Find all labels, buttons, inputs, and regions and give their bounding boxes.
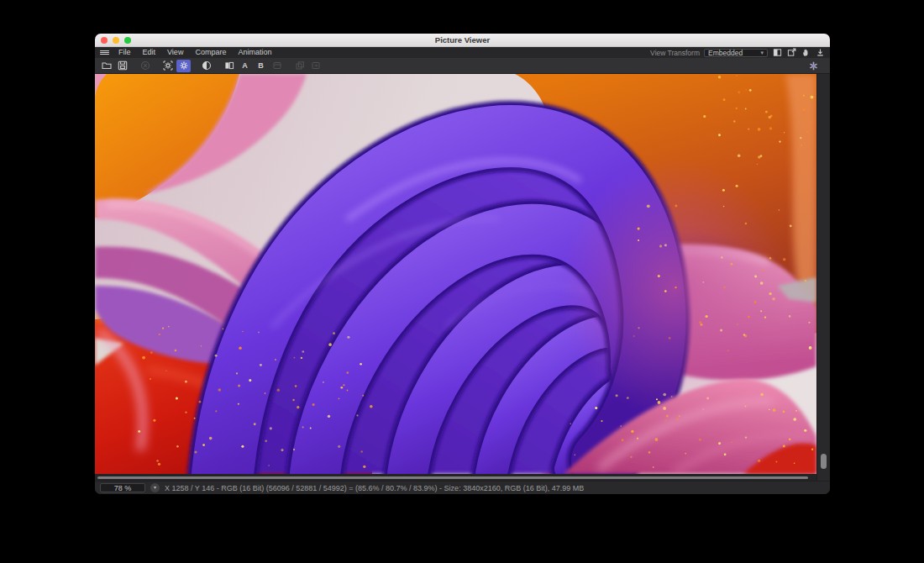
view-transform-label: View Transform — [650, 49, 700, 57]
menu-bar-right: View Transform Embedded ▾ — [650, 48, 825, 58]
display-settings-button[interactable] — [176, 60, 191, 72]
gear-frame-icon — [163, 61, 173, 71]
horizontal-scrollbar-thumb[interactable] — [97, 476, 808, 479]
version-a-button[interactable]: A — [238, 60, 252, 72]
menu-item-edit[interactable]: Edit — [137, 47, 162, 58]
hamburger-menu-icon[interactable] — [100, 49, 109, 56]
filter-settings-button[interactable] — [160, 60, 175, 72]
menu-item-animation[interactable]: Animation — [232, 47, 277, 58]
menu-item-file[interactable]: File — [113, 47, 137, 58]
render-settings-button[interactable] — [806, 60, 821, 72]
image-viewport — [95, 74, 830, 481]
status-text: X 1258 / Y 146 - RGB (16 Bit) (56096 / 5… — [165, 484, 584, 492]
export-arrow-icon — [311, 61, 321, 71]
vertical-scrollbar-thumb[interactable] — [821, 454, 827, 469]
hand-icon[interactable] — [801, 48, 811, 58]
ab-compare-icon — [224, 61, 234, 71]
window-title: Picture Viewer — [95, 34, 830, 47]
version-b-button[interactable]: B — [254, 60, 268, 72]
menu-item-compare[interactable]: Compare — [189, 47, 232, 58]
ab-compare-button[interactable] — [222, 60, 236, 72]
save-button[interactable] — [115, 60, 129, 72]
screen: Picture Viewer File Edit View Compare An… — [0, 0, 924, 563]
contrast-icon — [202, 61, 212, 71]
view-transform-value: Embedded — [708, 49, 743, 57]
horizontal-scrollbar[interactable] — [95, 474, 816, 481]
zoom-dropdown-button[interactable]: ▾ — [150, 483, 160, 492]
menu-bar: File Edit View Compare Animation View Tr… — [95, 47, 830, 58]
export-button — [308, 60, 323, 72]
chevron-down-icon: ▾ — [760, 50, 764, 55]
cancel-icon — [140, 61, 150, 71]
gear-icon — [179, 61, 189, 71]
folder-icon — [102, 61, 112, 71]
swap-ab-button — [270, 60, 284, 72]
copy-icon — [295, 61, 305, 71]
status-bar: ▾ X 1258 / Y 146 - RGB (16 Bit) (56096 /… — [95, 481, 830, 494]
toolbar: A B — [95, 58, 830, 74]
duplicate-button — [292, 60, 307, 72]
open-button[interactable] — [99, 60, 113, 72]
contrast-button[interactable] — [199, 60, 213, 72]
colorful-star-icon — [808, 61, 819, 71]
stop-render-button — [138, 60, 152, 72]
zoom-input[interactable] — [100, 483, 145, 492]
title-bar: Picture Viewer — [95, 34, 830, 47]
artwork-image[interactable] — [95, 74, 816, 474]
view-transform-select[interactable]: Embedded ▾ — [704, 49, 768, 57]
vertical-scrollbar[interactable] — [816, 74, 830, 481]
picture-viewer-window: Picture Viewer File Edit View Compare An… — [95, 34, 830, 494]
floppy-icon — [118, 61, 128, 71]
panel-icon — [272, 61, 282, 71]
download-icon[interactable] — [815, 48, 825, 58]
split-compare-icon[interactable] — [772, 48, 782, 58]
menu-item-view[interactable]: View — [161, 47, 189, 58]
pop-out-icon[interactable] — [786, 48, 796, 58]
